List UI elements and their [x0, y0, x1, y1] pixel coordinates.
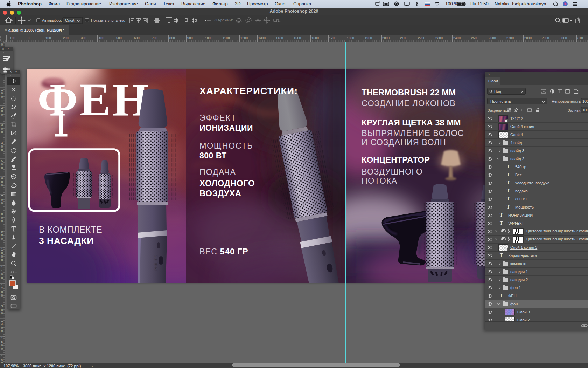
svg-text:ВОЗДУХА: ВОЗДУХА [200, 189, 241, 198]
svg-text:THERMOBRUSH 22 ММ: THERMOBRUSH 22 ММ [362, 88, 456, 97]
svg-text:ФЕН: ФЕН [37, 74, 151, 125]
svg-text:ХОЛОДНОГО: ХОЛОДНОГО [200, 178, 255, 188]
svg-text:ВОЗДУШНОГО: ВОЗДУШНОГО [362, 167, 423, 176]
svg-text:ВЫПРЯМЛЕНИЕ ВОЛОС: ВЫПРЯМЛЕНИЕ ВОЛОС [362, 129, 464, 138]
svg-text:ВЕС 540 ГР: ВЕС 540 ГР [200, 247, 248, 256]
svg-text:И СОЗДАНИЯ ВОЛН: И СОЗДАНИЯ ВОЛН [362, 138, 446, 147]
svg-text:КОНЦЕНТРАТОР: КОНЦЕНТРАТОР [362, 155, 430, 164]
svg-text:В КОМПЛЕКТЕ: В КОМПЛЕКТЕ [39, 225, 102, 234]
svg-text:СОЗДАНИЕ ЛОКОНОВ: СОЗДАНИЕ ЛОКОНОВ [362, 99, 456, 108]
svg-text:ЭФФЕКТ: ЭФФЕКТ [200, 113, 236, 122]
svg-text:ПОТОКА: ПОТОКА [362, 176, 397, 185]
svg-text:МОЩНОСТЬ: МОЩНОСТЬ [200, 141, 253, 150]
svg-text:800 ВТ: 800 ВТ [200, 151, 227, 160]
svg-text:ПОДАЧА: ПОДАЧА [200, 168, 236, 177]
svg-text:ИОНИЗАЦИИ: ИОНИЗАЦИИ [200, 123, 253, 132]
svg-text:PHILIPS: PHILIPS [154, 255, 158, 271]
svg-text:3 НАСАДКИ: 3 НАСАДКИ [39, 236, 94, 246]
svg-text:КРУГЛАЯ ЩЕТКА 38 ММ: КРУГЛАЯ ЩЕТКА 38 ММ [362, 118, 461, 127]
svg-text:ХАРАКТЕРИСТИКИ:: ХАРАКТЕРИСТИКИ: [200, 86, 298, 96]
